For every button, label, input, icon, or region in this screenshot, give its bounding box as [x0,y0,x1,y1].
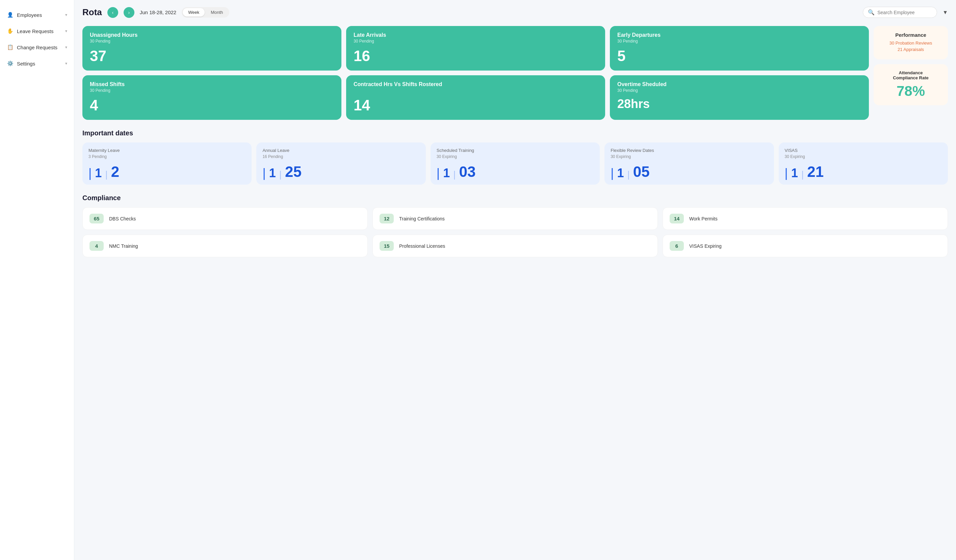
date-card-visas[interactable]: VISAS 30 Expiring | 1 | 21 [779,143,948,185]
visas-small-val: 1 [791,167,798,179]
compliance-title: Compliance [82,194,948,202]
employees-icon: 👤 [7,11,14,18]
flex-divider2: | [627,170,630,179]
compliance-card-training-certs[interactable]: 12 Training Certifications [373,207,658,230]
dates-grid: Maternity Leave 3 Pending | 1 | 2 Annual… [82,143,948,185]
date-card-maternity[interactable]: Maternity Leave 3 Pending | 1 | 2 [82,143,252,185]
page-title: Rota [82,7,102,17]
month-view-button[interactable]: Month [205,8,228,17]
flexible-review-values: | 1 | 05 [610,165,767,179]
date-card-annual-leave[interactable]: Annual Leave 16 Pending | 1 | 25 [256,143,426,185]
visas-expiring-badge: 6 [670,241,684,251]
chevron-down-icon-3: ▾ [65,45,67,50]
maternity-small-val: 1 [95,167,102,179]
page-header: Rota ‹ › Jun 18-28, 2022 Week Month 🔍 ▼ [82,7,948,18]
scheduled-training-subtitle: 30 Expiring [437,154,594,159]
leave-requests-icon: ✋ [7,28,14,35]
flexible-review-subtitle: 30 Expiring [610,154,767,159]
dbs-label: DBS Checks [109,216,136,221]
chevron-down-icon-4: ▾ [65,61,67,66]
nmc-badge: 4 [90,241,104,251]
annual-leave-title: Annual Leave [263,148,420,153]
maternity-large-val: 2 [111,165,119,179]
sidebar-label-change-requests: Change Requests [17,45,57,50]
dbs-badge: 65 [90,214,104,223]
attendance-card: AttendanceCompliance Rate 78% [874,64,948,105]
search-box: 🔍 [863,7,937,18]
performance-card: Performance 30 Probation Reviews 21 Appr… [874,26,948,60]
compliance-card-professional-licenses[interactable]: 15 Professional Licenses [373,235,658,257]
annual-divider2: | [279,170,281,179]
sidebar-label-settings: Settings [17,61,35,66]
stat-card-missed-shifts[interactable]: Missed Shifts 30 Pending 4 [82,75,341,120]
stat-value-late: 16 [354,48,598,64]
stat-value-early: 5 [617,48,862,64]
attendance-title: AttendanceCompliance Rate [881,70,940,80]
visas-large-val: 21 [807,165,824,179]
visas-values: | 1 | 21 [785,165,942,179]
compliance-grid: 65 DBS Checks 12 Training Certifications… [82,207,948,257]
performance-item-1: 21 Appraisals [881,47,940,52]
annual-leave-subtitle: 16 Pending [263,154,420,159]
performance-item-0: 30 Probation Reviews [881,41,940,45]
maternity-subtitle: 3 Pending [88,154,245,159]
training-certs-label: Training Certifications [399,216,445,221]
stat-card-early-departures[interactable]: Early Departures 30 Pending 5 [610,26,869,71]
flexible-review-title: Flexible Review Dates [610,148,767,153]
side-cards: Performance 30 Probation Reviews 21 Appr… [874,26,948,120]
compliance-card-visas-expiring[interactable]: 6 VISAS Expiring [662,235,948,257]
maternity-values: | 1 | 2 [88,165,245,179]
main-content: Rota ‹ › Jun 18-28, 2022 Week Month 🔍 ▼ … [74,0,956,560]
settings-icon: ⚙️ [7,60,14,67]
visas-divider: | [785,167,788,179]
compliance-card-nmc[interactable]: 4 NMC Training [82,235,368,257]
annual-divider: | [263,167,266,179]
search-icon: 🔍 [868,9,874,16]
stats-grid: Unassigned Hours 30 Pending 37 Late Arri… [82,26,948,120]
annual-leave-values: | 1 | 25 [263,165,420,179]
filter-icon[interactable]: ▼ [942,9,948,16]
stat-card-unassigned-hours[interactable]: Unassigned Hours 30 Pending 37 [82,26,341,71]
flex-divider: | [610,167,613,179]
date-card-flexible-review[interactable]: Flexible Review Dates 30 Expiring | 1 | … [604,143,774,185]
important-dates-title: Important dates [82,129,948,137]
stat-value-unassigned: 37 [90,48,334,64]
sidebar-item-settings[interactable]: ⚙️ Settings ▾ [0,55,74,72]
sidebar-item-leave-requests[interactable]: ✋ Leave Requests ▾ [0,23,74,39]
visas-subtitle: 30 Expiring [785,154,942,159]
flex-large-val: 05 [633,165,650,179]
sidebar-item-employees[interactable]: 👤 Employees ▾ [0,7,74,23]
stat-subtitle-overtime: 30 Pending [617,88,862,93]
stat-subtitle-late: 30 Pending [354,39,598,44]
stat-card-late-arrivals[interactable]: Late Arrivals 30 Pending 16 [346,26,605,71]
stat-title-contracted: Contracted Hrs Vs Shifts Rostered [354,82,598,88]
week-view-button[interactable]: Week [183,8,204,17]
sidebar-label-leave-requests: Leave Requests [17,28,53,34]
sched-divider: | [437,167,440,179]
stat-subtitle-contracted [354,88,598,93]
scheduled-training-values: | 1 | 03 [437,165,594,179]
compliance-card-work-permits[interactable]: 14 Work Permits [662,207,948,230]
compliance-card-dbs[interactable]: 65 DBS Checks [82,207,368,230]
next-week-button[interactable]: › [124,7,134,18]
maternity-divider2: | [105,170,107,179]
sidebar-item-change-requests[interactable]: 📋 Change Requests ▾ [0,39,74,55]
visas-expiring-label: VISAS Expiring [689,243,722,249]
visas-divider2: | [801,170,804,179]
work-permits-badge: 14 [670,214,684,223]
date-card-scheduled-training[interactable]: Scheduled Training 30 Expiring | 1 | 03 [431,143,600,185]
date-range: Jun 18-28, 2022 [140,9,176,15]
stat-card-overtime[interactable]: Overtime Sheduled 30 Pending 28hrs [610,75,869,120]
nmc-label: NMC Training [109,243,138,249]
stat-title-unassigned: Unassigned Hours [90,32,334,38]
stat-card-contracted-hrs[interactable]: Contracted Hrs Vs Shifts Rostered 14 [346,75,605,120]
search-input[interactable] [877,10,932,15]
professional-licenses-label: Professional Licenses [399,243,445,249]
sched-small-val: 1 [443,167,450,179]
chevron-down-icon: ▾ [65,13,67,17]
scheduled-training-title: Scheduled Training [437,148,594,153]
performance-title: Performance [881,32,940,38]
stat-subtitle-missed: 30 Pending [90,88,334,93]
stat-value-missed: 4 [90,97,334,114]
prev-week-button[interactable]: ‹ [107,7,118,18]
